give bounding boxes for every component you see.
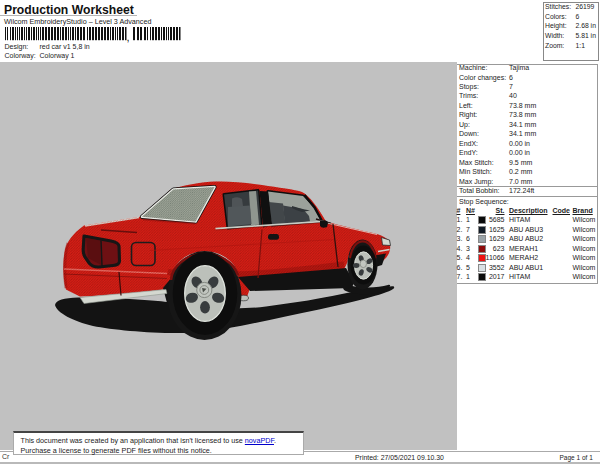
svg-text:,: , <box>127 31 130 43</box>
